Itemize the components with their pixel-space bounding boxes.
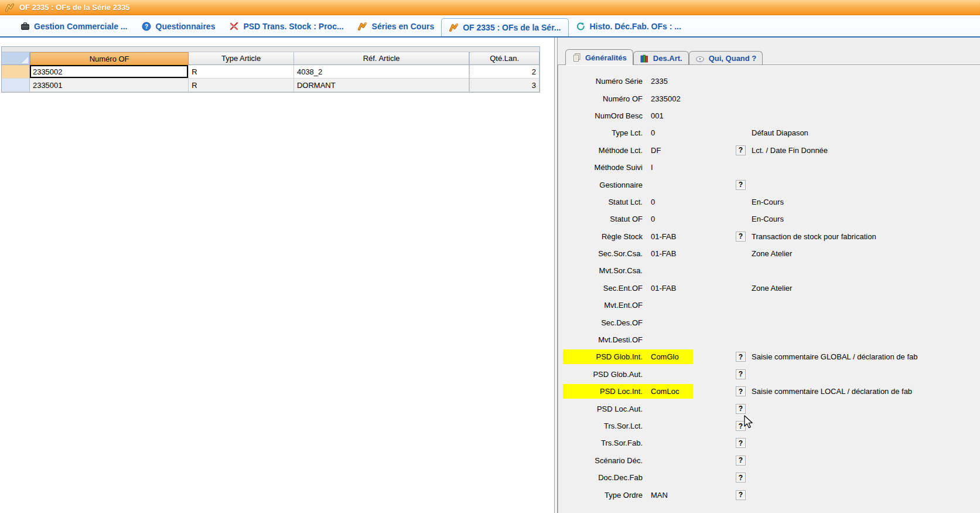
field-value: 01-FAB [651,249,733,258]
field-label: Scénario Déc. [561,456,643,465]
help-button[interactable]: ? [736,180,746,190]
detail-field-row: Sec.Sor.Csa. 01-FAB ? Zone Atelier [558,245,980,262]
main-tab[interactable]: Histo. Déc.Fab. OFs : ... [569,16,688,36]
cell-qte-lan[interactable]: 3 [469,79,539,92]
field-description: Lct. / Date Fin Donnée [752,146,828,155]
column-header-ref-article[interactable]: Réf. Article [294,52,469,65]
field-description: Défaut Diapason [752,128,808,137]
field-label: Méthode Suivi [561,163,643,172]
main-tab[interactable]: PSD Trans. Stock : Proc... [222,16,350,36]
row-selector[interactable] [2,79,30,92]
field-label: Sec.Sor.Csa. [561,249,643,258]
column-header-numero-of[interactable]: Numéro OF [30,52,189,65]
detail-field-row: Mvt.Ent.OF ? [558,297,980,314]
detail-field-row: Numéro OF 2335002 ? [558,90,980,107]
cell-type-article[interactable]: R [189,65,294,79]
column-header-type-article[interactable]: Type Article [189,52,294,65]
help-button[interactable]: ? [736,473,746,483]
field-label: Règle Stock [561,232,643,241]
field-label: NumOrd Besc [561,111,643,120]
detail-tab[interactable]: Généralités [565,49,633,65]
detail-field-row: Méthode Suivi I ? [558,159,980,176]
window-title-bar: OF 2335 : OFs de la Série 2335 [0,0,980,15]
main-tab-label: Séries en Cours [372,22,435,31]
detail-form: Numéro Série 2335 ? Numéro OF 2335002 ? … [558,64,980,513]
field-label: Mvt.Sor.Csa. [561,266,643,275]
detail-tab[interactable]: Qui, Quand ? [689,51,763,65]
field-label: Statut Lct. [561,198,643,206]
main-tab-label: Questionnaires [156,22,216,31]
field-description: Zone Atelier [752,249,792,258]
cell-numero-of[interactable]: 2335002 [30,65,189,79]
table-row[interactable]: 2335001 R DORMANT 3 [2,79,539,92]
main-tab-bar: Gestion Commerciale ... ? Questionnaires… [0,16,980,38]
field-label: Numéro Série [561,77,643,86]
detail-field-row: Trs.Sor.Fab. ? [558,434,980,451]
cell-ref-article[interactable]: 4038_2 [294,65,469,79]
help-button[interactable]: ? [736,438,746,448]
table-body: 2335002 R 4038_2 2 2335001 R DORMANT 3 [2,65,539,92]
detail-field-row: Type Ordre MAN ? [558,486,980,503]
table-header-row: Numéro OF Type Article Réf. Article Qté.… [2,52,539,65]
field-value: 0 [651,128,733,137]
field-value: ComLoc [651,387,733,396]
cell-type-article[interactable]: R [189,79,294,92]
detail-field-row: Méthode Lct. DF ? Lct. / Date Fin Donnée [558,142,980,159]
help-button[interactable]: ? [736,490,746,500]
crane-icon [5,2,15,12]
field-label: Trs.Sor.Fab. [561,439,643,447]
detail-field-row: PSD Glob.Int. ComGlo ? Saisie commentair… [558,348,980,365]
detail-tab-label: Des.Art. [653,54,682,63]
field-value: DF [651,146,733,155]
clock-icon [695,53,705,63]
help-button[interactable]: ? [736,369,746,379]
main-tab[interactable]: Gestion Commerciale ... [13,16,135,36]
field-value: 2335002 [651,94,733,103]
detail-field-row: NumOrd Besc 001 ? [558,107,980,124]
column-header-qte-lan[interactable]: Qté.Lan. [469,52,539,65]
detail-field-row: Mvt.Sor.Csa. ? [558,262,980,279]
of-detail-panel: Généralités Des.Art. Qui, Quand ? Numéro… [558,38,980,513]
table-top-strip [2,47,539,52]
main-tab[interactable]: OF 2335 : OFs de la Sér... [441,18,568,36]
field-value: 01-FAB [651,284,733,293]
detail-field-row: Sec.Des.OF ? [558,314,980,331]
main-tab-label: Gestion Commerciale ... [34,22,128,31]
svg-text:?: ? [145,23,148,29]
detail-field-row: Mvt.Desti.OF ? [558,331,980,348]
of-list-panel: Numéro OF Type Article Réf. Article Qté.… [0,38,555,513]
detail-field-row: Sec.Ent.OF 01-FAB ? Zone Atelier [558,280,980,297]
detail-field-row: Règle Stock 01-FAB ? Transaction de stoc… [558,228,980,245]
briefcase-icon [20,21,30,31]
field-label: Gestionnaire [561,181,643,189]
help-button[interactable]: ? [736,404,746,414]
detail-field-row: Statut OF 0 ? En-Cours [558,210,980,227]
select-all-corner[interactable] [2,52,30,65]
help-button[interactable]: ? [736,386,746,396]
help-button[interactable]: ? [736,352,746,362]
detail-tab-bar: Généralités Des.Art. Qui, Quand ? [565,49,763,65]
cell-ref-article[interactable]: DORMANT [294,79,469,92]
field-label: PSD Loc.Aut. [561,405,643,413]
detail-field-row: Trs.Sor.Lct. ? [558,417,980,434]
field-label: PSD Glob.Aut. [561,370,643,379]
table-row[interactable]: 2335002 R 4038_2 2 [2,65,539,79]
field-label: Doc.Dec.Fab [561,473,643,482]
field-value: 2335 [651,77,733,86]
cell-numero-of[interactable]: 2335001 [30,79,189,92]
help-button[interactable]: ? [736,232,746,242]
field-label: Mvt.Ent.OF [561,301,643,310]
history-icon [576,21,586,31]
field-label: Type Lct. [561,128,643,137]
detail-tab[interactable]: Des.Art. [633,51,689,65]
mouse-cursor-icon [743,415,755,431]
field-value: 0 [651,215,733,223]
main-tab[interactable]: Séries en Cours [351,16,442,36]
cell-qte-lan[interactable]: 2 [469,65,539,79]
help-button[interactable]: ? [736,456,746,466]
help-button[interactable]: ? [736,145,746,155]
row-selector[interactable] [2,65,30,79]
main-tab[interactable]: ? Questionnaires [135,16,223,36]
field-description: Transaction de stock pour fabrication [752,232,876,241]
field-description: Saisie commentaire LOCAL / déclaration d… [752,387,912,396]
